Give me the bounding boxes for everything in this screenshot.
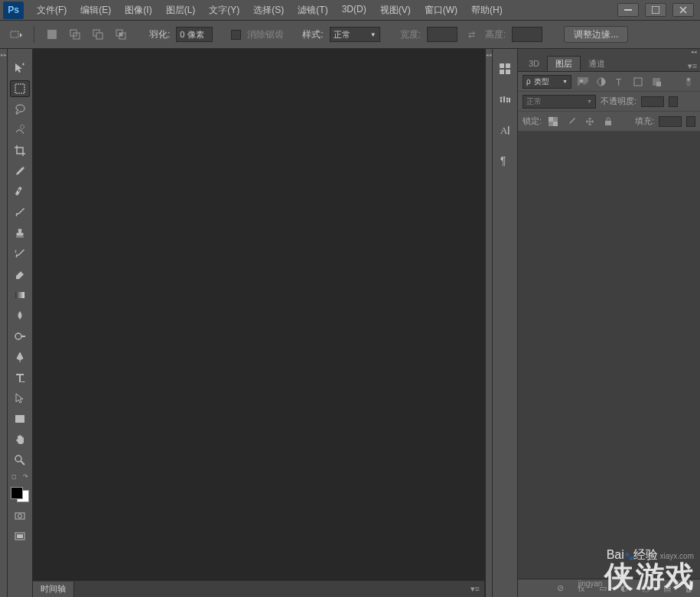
close-button[interactable]	[672, 3, 694, 17]
filter-type-select[interactable]: ρ类型▼	[523, 75, 571, 89]
svg-rect-46	[553, 122, 558, 126]
color-swatch[interactable]	[9, 485, 31, 504]
color-swap-icon[interactable]: ◻↷	[9, 472, 31, 480]
healing-tool-icon[interactable]	[10, 183, 30, 200]
swap-dimensions-icon: ⇄	[464, 27, 479, 42]
opacity-input[interactable]	[641, 96, 664, 107]
layer-group-icon[interactable]: ▢	[639, 582, 653, 595]
path-select-tool-icon[interactable]	[10, 390, 30, 407]
svg-rect-28	[500, 70, 504, 74]
tool-preset-icon[interactable]	[8, 26, 24, 43]
layer-mask-icon[interactable]: ▭	[596, 582, 610, 595]
refine-edge-button[interactable]: 调整边缘...	[564, 26, 628, 43]
blend-mode-select[interactable]: 正常▼	[523, 95, 596, 109]
document-canvas[interactable]	[33, 49, 484, 580]
svg-rect-25	[17, 534, 23, 538]
move-tool-icon[interactable]	[10, 60, 30, 76]
link-layers-icon[interactable]: ⊘	[553, 582, 567, 595]
paragraph-panel-icon[interactable]: ¶	[496, 151, 514, 170]
selection-intersect-icon[interactable]	[112, 26, 129, 43]
tab-layers[interactable]: 图层	[547, 56, 581, 71]
menu-select[interactable]: 选择(S)	[246, 0, 291, 21]
svg-rect-2	[11, 31, 18, 37]
menu-type[interactable]: 文字(Y)	[202, 0, 246, 21]
marquee-tool-icon[interactable]	[10, 80, 30, 97]
timeline-tab[interactable]: 时间轴	[33, 582, 74, 597]
menu-help[interactable]: 帮助(H)	[464, 0, 510, 21]
menu-edit[interactable]: 编辑(E)	[73, 0, 118, 21]
lock-paint-icon[interactable]	[565, 115, 578, 128]
stamp-tool-icon[interactable]	[10, 225, 30, 242]
timeline-menu-icon[interactable]: ▾≡	[466, 584, 484, 594]
menu-3d[interactable]: 3D(D)	[335, 0, 373, 21]
grid-panel-icon[interactable]	[496, 60, 514, 78]
filter-text-icon[interactable]: T	[613, 75, 627, 89]
timeline-panel: 时间轴 ▾≡	[33, 580, 484, 597]
selection-subtract-icon[interactable]	[90, 26, 106, 43]
menu-file[interactable]: 文件(F)	[30, 0, 73, 21]
history-brush-tool-icon[interactable]	[10, 245, 30, 262]
menu-layer[interactable]: 图层(L)	[159, 0, 203, 21]
menu-view[interactable]: 视图(V)	[373, 0, 418, 21]
options-bar: 羽化: 消除锯齿 样式: 正常▼ 宽度: ⇄ 高度: 调整边缘...	[0, 21, 700, 49]
eraser-tool-icon[interactable]	[10, 266, 30, 283]
feather-input[interactable]	[176, 27, 213, 42]
tab-3d[interactable]: 3D	[521, 56, 547, 71]
layers-list[interactable]	[518, 131, 700, 579]
fill-dropdown-icon[interactable]	[686, 116, 695, 127]
maximize-button[interactable]	[645, 3, 666, 17]
delete-layer-icon[interactable]: 🗑	[682, 582, 695, 595]
minimize-button[interactable]	[617, 3, 639, 17]
opacity-dropdown-icon[interactable]	[669, 96, 678, 107]
selection-add-icon[interactable]	[67, 26, 83, 43]
new-layer-icon[interactable]: ▤	[660, 582, 674, 595]
svg-rect-26	[500, 63, 504, 68]
antialias-checkbox[interactable]	[231, 30, 241, 40]
screenmode-icon[interactable]	[10, 528, 30, 545]
panel-menu-icon[interactable]: ▾≡	[685, 61, 700, 71]
layer-style-icon[interactable]: fx	[575, 582, 588, 595]
width-label: 宽度:	[400, 28, 421, 41]
quick-select-tool-icon[interactable]	[10, 122, 30, 138]
character-panel-icon[interactable]: A	[496, 121, 514, 139]
text-tool-icon[interactable]	[10, 369, 30, 386]
svg-rect-41	[656, 82, 661, 86]
svg-rect-20	[15, 415, 24, 423]
lock-all-icon[interactable]	[601, 115, 615, 128]
tab-channels[interactable]: 通道	[581, 56, 613, 71]
adjustments-panel-icon[interactable]	[496, 90, 514, 109]
gradient-tool-icon[interactable]	[10, 287, 30, 303]
dodge-tool-icon[interactable]	[10, 328, 30, 345]
separator	[34, 26, 34, 43]
fill-input[interactable]	[659, 116, 682, 127]
menu-window[interactable]: 窗口(W)	[418, 0, 464, 21]
right-expand-gutter[interactable]	[485, 49, 493, 597]
shape-tool-icon[interactable]	[10, 410, 30, 427]
filter-pixel-icon[interactable]	[576, 75, 590, 89]
pen-tool-icon[interactable]	[10, 349, 30, 365]
filter-smart-icon[interactable]	[650, 75, 663, 89]
crop-tool-icon[interactable]	[10, 142, 30, 159]
filter-shape-icon[interactable]	[631, 75, 645, 89]
quickmask-icon[interactable]	[10, 508, 30, 524]
lock-transparent-icon[interactable]	[546, 115, 560, 128]
filter-adjust-icon[interactable]	[594, 75, 608, 89]
hand-tool-icon[interactable]	[10, 431, 30, 448]
layers-panel-tabs: 3D 图层 通道 ▾≡	[518, 55, 700, 72]
zoom-tool-icon[interactable]	[10, 452, 30, 469]
filter-toggle-icon[interactable]	[682, 75, 695, 89]
menu-filter[interactable]: 滤镜(T)	[291, 0, 334, 21]
foreground-color[interactable]	[11, 487, 23, 499]
left-expand-gutter[interactable]	[0, 49, 8, 597]
lock-position-icon[interactable]	[583, 115, 597, 128]
brush-tool-icon[interactable]	[10, 204, 30, 221]
lock-label: 锁定:	[523, 115, 542, 127]
lasso-tool-icon[interactable]	[10, 101, 30, 118]
toolbox: ◻↷	[8, 49, 33, 597]
menu-image[interactable]: 图像(I)	[118, 0, 158, 21]
adjustment-layer-icon[interactable]: ◐	[617, 582, 631, 595]
selection-new-icon[interactable]	[44, 26, 60, 43]
style-select[interactable]: 正常▼	[330, 27, 380, 42]
eyedropper-tool-icon[interactable]	[10, 163, 30, 180]
blur-tool-icon[interactable]	[10, 307, 30, 324]
